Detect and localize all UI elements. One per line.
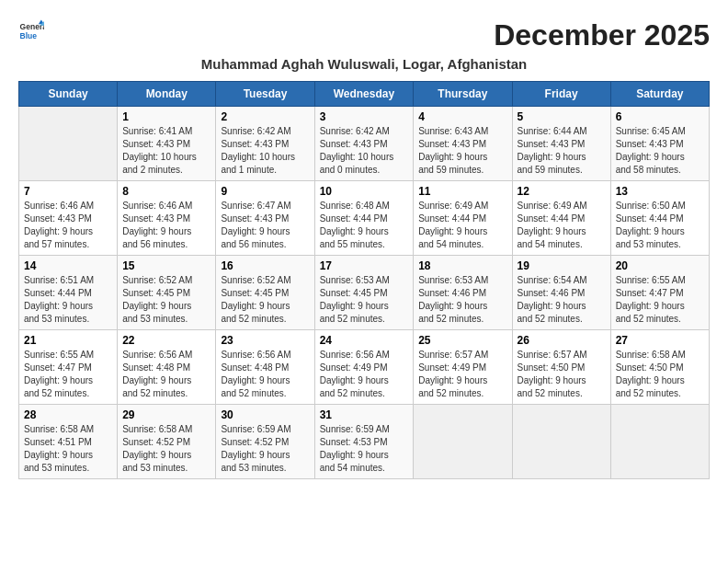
day-number: 23 bbox=[221, 334, 309, 347]
day-info: Sunrise: 6:48 AM Sunset: 4:44 PM Dayligh… bbox=[320, 200, 409, 251]
day-info: Sunrise: 6:58 AM Sunset: 4:51 PM Dayligh… bbox=[24, 423, 112, 475]
day-info: Sunrise: 6:53 AM Sunset: 4:45 PM Dayligh… bbox=[320, 274, 409, 326]
calendar-header-sunday: Sunday bbox=[19, 82, 118, 107]
day-info: Sunrise: 6:58 AM Sunset: 4:52 PM Dayligh… bbox=[122, 423, 210, 475]
day-info: Sunrise: 6:59 AM Sunset: 4:52 PM Dayligh… bbox=[221, 423, 309, 475]
day-info: Sunrise: 6:57 AM Sunset: 4:50 PM Dayligh… bbox=[518, 349, 606, 400]
calendar-cell bbox=[414, 405, 512, 479]
calendar-cell: 12Sunrise: 6:49 AM Sunset: 4:44 PM Dayli… bbox=[512, 181, 610, 256]
day-number: 11 bbox=[418, 185, 506, 198]
day-number: 30 bbox=[221, 408, 309, 421]
day-info: Sunrise: 6:52 AM Sunset: 4:45 PM Dayligh… bbox=[122, 274, 210, 326]
day-number: 8 bbox=[122, 185, 210, 198]
calendar-header: SundayMondayTuesdayWednesdayThursdayFrid… bbox=[19, 82, 710, 107]
calendar-cell: 31Sunrise: 6:59 AM Sunset: 4:53 PM Dayli… bbox=[314, 405, 414, 479]
day-number: 12 bbox=[518, 185, 606, 198]
calendar-cell: 26Sunrise: 6:57 AM Sunset: 4:50 PM Dayli… bbox=[512, 330, 610, 405]
day-number: 26 bbox=[518, 334, 606, 347]
day-info: Sunrise: 6:56 AM Sunset: 4:48 PM Dayligh… bbox=[221, 349, 309, 400]
calendar-cell: 16Sunrise: 6:52 AM Sunset: 4:45 PM Dayli… bbox=[216, 256, 314, 330]
day-info: Sunrise: 6:58 AM Sunset: 4:50 PM Dayligh… bbox=[616, 349, 704, 400]
calendar-cell: 21Sunrise: 6:55 AM Sunset: 4:47 PM Dayli… bbox=[19, 330, 118, 405]
calendar-cell bbox=[19, 107, 118, 181]
calendar-header-friday: Friday bbox=[512, 82, 610, 107]
day-number: 1 bbox=[122, 110, 210, 123]
calendar-cell: 30Sunrise: 6:59 AM Sunset: 4:52 PM Dayli… bbox=[216, 405, 314, 479]
day-number: 13 bbox=[616, 185, 704, 198]
calendar-cell: 18Sunrise: 6:53 AM Sunset: 4:46 PM Dayli… bbox=[414, 256, 512, 330]
calendar-cell: 10Sunrise: 6:48 AM Sunset: 4:44 PM Dayli… bbox=[314, 181, 414, 256]
day-number: 21 bbox=[24, 334, 112, 347]
day-info: Sunrise: 6:42 AM Sunset: 4:43 PM Dayligh… bbox=[320, 125, 409, 177]
calendar-cell: 22Sunrise: 6:56 AM Sunset: 4:48 PM Dayli… bbox=[118, 330, 216, 405]
subtitle: Muhammad Aghah Wuluswali, Logar, Afghani… bbox=[18, 56, 710, 72]
day-number: 15 bbox=[122, 259, 210, 272]
day-info: Sunrise: 6:41 AM Sunset: 4:43 PM Dayligh… bbox=[122, 125, 210, 177]
day-info: Sunrise: 6:56 AM Sunset: 4:48 PM Dayligh… bbox=[122, 349, 210, 400]
calendar-cell: 8Sunrise: 6:46 AM Sunset: 4:43 PM Daylig… bbox=[118, 181, 216, 256]
logo: General Blue bbox=[18, 18, 44, 44]
day-info: Sunrise: 6:46 AM Sunset: 4:43 PM Dayligh… bbox=[122, 200, 210, 251]
day-number: 18 bbox=[418, 259, 506, 272]
day-number: 29 bbox=[122, 408, 210, 421]
day-number: 17 bbox=[320, 259, 409, 272]
calendar-cell: 11Sunrise: 6:49 AM Sunset: 4:44 PM Dayli… bbox=[414, 181, 512, 256]
calendar-cell: 5Sunrise: 6:44 AM Sunset: 4:43 PM Daylig… bbox=[512, 107, 610, 181]
calendar-header-wednesday: Wednesday bbox=[314, 82, 414, 107]
calendar-cell: 4Sunrise: 6:43 AM Sunset: 4:43 PM Daylig… bbox=[414, 107, 512, 181]
day-info: Sunrise: 6:52 AM Sunset: 4:45 PM Dayligh… bbox=[221, 274, 309, 326]
calendar-header-tuesday: Tuesday bbox=[216, 82, 314, 107]
day-info: Sunrise: 6:56 AM Sunset: 4:49 PM Dayligh… bbox=[320, 349, 409, 400]
day-number: 2 bbox=[221, 110, 309, 123]
day-number: 3 bbox=[320, 110, 409, 123]
day-number: 27 bbox=[616, 334, 704, 347]
calendar-cell: 19Sunrise: 6:54 AM Sunset: 4:46 PM Dayli… bbox=[512, 256, 610, 330]
calendar-cell: 20Sunrise: 6:55 AM Sunset: 4:47 PM Dayli… bbox=[610, 256, 709, 330]
calendar-cell: 14Sunrise: 6:51 AM Sunset: 4:44 PM Dayli… bbox=[19, 256, 118, 330]
calendar-cell: 29Sunrise: 6:58 AM Sunset: 4:52 PM Dayli… bbox=[118, 405, 216, 479]
svg-text:Blue: Blue bbox=[20, 31, 38, 40]
day-info: Sunrise: 6:50 AM Sunset: 4:44 PM Dayligh… bbox=[616, 200, 704, 251]
day-info: Sunrise: 6:42 AM Sunset: 4:43 PM Dayligh… bbox=[221, 125, 309, 177]
day-info: Sunrise: 6:59 AM Sunset: 4:53 PM Dayligh… bbox=[320, 423, 409, 475]
calendar-header-saturday: Saturday bbox=[610, 82, 709, 107]
day-number: 7 bbox=[24, 185, 112, 198]
day-number: 25 bbox=[418, 334, 506, 347]
day-info: Sunrise: 6:53 AM Sunset: 4:46 PM Dayligh… bbox=[418, 274, 506, 326]
calendar-cell bbox=[610, 405, 709, 479]
day-info: Sunrise: 6:44 AM Sunset: 4:43 PM Dayligh… bbox=[518, 125, 606, 177]
day-number: 6 bbox=[616, 110, 704, 123]
day-info: Sunrise: 6:55 AM Sunset: 4:47 PM Dayligh… bbox=[24, 349, 112, 400]
calendar-cell: 2Sunrise: 6:42 AM Sunset: 4:43 PM Daylig… bbox=[216, 107, 314, 181]
day-info: Sunrise: 6:43 AM Sunset: 4:43 PM Dayligh… bbox=[418, 125, 506, 177]
calendar-cell: 1Sunrise: 6:41 AM Sunset: 4:43 PM Daylig… bbox=[118, 107, 216, 181]
day-number: 4 bbox=[418, 110, 506, 123]
calendar-cell: 13Sunrise: 6:50 AM Sunset: 4:44 PM Dayli… bbox=[610, 181, 709, 256]
day-number: 19 bbox=[518, 259, 606, 272]
day-info: Sunrise: 6:46 AM Sunset: 4:43 PM Dayligh… bbox=[24, 200, 112, 251]
day-number: 9 bbox=[221, 185, 309, 198]
calendar-cell: 27Sunrise: 6:58 AM Sunset: 4:50 PM Dayli… bbox=[610, 330, 709, 405]
calendar-cell: 15Sunrise: 6:52 AM Sunset: 4:45 PM Dayli… bbox=[118, 256, 216, 330]
day-info: Sunrise: 6:45 AM Sunset: 4:43 PM Dayligh… bbox=[616, 125, 704, 177]
day-number: 28 bbox=[24, 408, 112, 421]
logo-icon: General Blue bbox=[18, 18, 44, 44]
day-number: 24 bbox=[320, 334, 409, 347]
calendar-header-monday: Monday bbox=[118, 82, 216, 107]
day-info: Sunrise: 6:47 AM Sunset: 4:43 PM Dayligh… bbox=[221, 200, 309, 251]
calendar-cell bbox=[512, 405, 610, 479]
day-number: 31 bbox=[320, 408, 409, 421]
calendar-cell: 24Sunrise: 6:56 AM Sunset: 4:49 PM Dayli… bbox=[314, 330, 414, 405]
calendar-table: SundayMondayTuesdayWednesdayThursdayFrid… bbox=[18, 81, 710, 479]
day-number: 22 bbox=[122, 334, 210, 347]
calendar-header-thursday: Thursday bbox=[414, 82, 512, 107]
day-info: Sunrise: 6:51 AM Sunset: 4:44 PM Dayligh… bbox=[24, 274, 112, 326]
calendar-cell: 17Sunrise: 6:53 AM Sunset: 4:45 PM Dayli… bbox=[314, 256, 414, 330]
day-number: 16 bbox=[221, 259, 309, 272]
day-number: 5 bbox=[518, 110, 606, 123]
header: General Blue December 2025 bbox=[18, 18, 710, 52]
day-info: Sunrise: 6:54 AM Sunset: 4:46 PM Dayligh… bbox=[518, 274, 606, 326]
calendar-cell: 23Sunrise: 6:56 AM Sunset: 4:48 PM Dayli… bbox=[216, 330, 314, 405]
calendar-cell: 7Sunrise: 6:46 AM Sunset: 4:43 PM Daylig… bbox=[19, 181, 118, 256]
calendar-cell: 25Sunrise: 6:57 AM Sunset: 4:49 PM Dayli… bbox=[414, 330, 512, 405]
